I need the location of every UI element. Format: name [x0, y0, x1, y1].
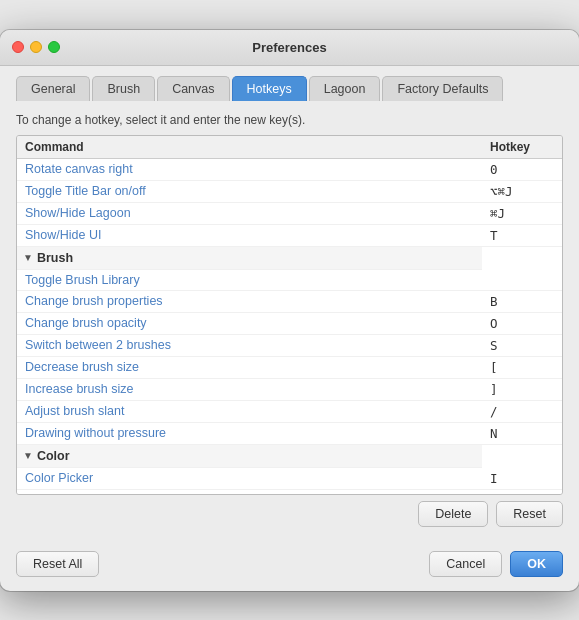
command-cell: Show/Hide UI: [17, 224, 482, 246]
hotkey-cell: ]: [482, 378, 562, 400]
collapse-triangle[interactable]: ▼: [23, 450, 33, 461]
table-row[interactable]: Show/Hide Lagoon⌘J: [17, 202, 562, 224]
hotkey-cell: N: [482, 422, 562, 444]
hotkey-cell: /: [482, 400, 562, 422]
table-row[interactable]: Toggle Title Bar on/off⌥⌘J: [17, 180, 562, 202]
category-row[interactable]: ▼ Brush: [17, 247, 482, 270]
title-bar: Preferences: [0, 30, 579, 66]
tab-hotkeys[interactable]: Hotkeys: [232, 76, 307, 101]
table-row[interactable]: Change brush opacityO: [17, 312, 562, 334]
table-row[interactable]: Change brush propertiesB: [17, 290, 562, 312]
hotkeys-table: Command Hotkey Rotate canvas right0Toggl…: [17, 136, 562, 495]
command-cell: Drawing without pressure: [17, 422, 482, 444]
command-cell: Toggle Title Bar on/off: [17, 180, 482, 202]
maximize-button[interactable]: [48, 41, 60, 53]
table-row[interactable]: Increase brush size]: [17, 378, 562, 400]
tab-canvas[interactable]: Canvas: [157, 76, 229, 101]
hotkey-cell: O: [482, 312, 562, 334]
command-cell: Show/Hide Lagoon: [17, 202, 482, 224]
command-cell: Adjust brush slant: [17, 400, 482, 422]
hotkey-cell: 0: [482, 158, 562, 180]
command-cell: Change brush properties: [17, 290, 482, 312]
window-title: Preferences: [252, 40, 326, 55]
tab-lagoon[interactable]: Lagoon: [309, 76, 381, 101]
hotkeys-table-container[interactable]: Command Hotkey Rotate canvas right0Toggl…: [16, 135, 563, 495]
content-area: To change a hotkey, select it and enter …: [0, 101, 579, 541]
table-row[interactable]: Drawing without pressureN: [17, 422, 562, 444]
command-cell: Decrease brush size: [17, 356, 482, 378]
close-button[interactable]: [12, 41, 24, 53]
table-row[interactable]: Toggle Brush Library: [17, 270, 562, 291]
command-cell: Increase brush size: [17, 378, 482, 400]
tab-general[interactable]: General: [16, 76, 90, 101]
hotkey-cell: [482, 270, 562, 291]
hotkey-cell: ⌘J: [482, 202, 562, 224]
category-row[interactable]: ▼ Color: [17, 445, 482, 468]
reset-all-button[interactable]: Reset All: [16, 551, 99, 577]
command-cell: Change brush opacity: [17, 312, 482, 334]
table-row[interactable]: Adjust brush slant/: [17, 400, 562, 422]
hotkey-cell: ⌥⌘J: [482, 180, 562, 202]
command-header: Command: [17, 136, 482, 159]
table-row[interactable]: Decrease brush size[: [17, 356, 562, 378]
command-cell: Switch between 2 brushes: [17, 334, 482, 356]
tab-brush[interactable]: Brush: [92, 76, 155, 101]
cancel-button[interactable]: Cancel: [429, 551, 502, 577]
delete-reset-row: Delete Reset: [16, 495, 563, 529]
table-row[interactable]: Rotate canvas right0: [17, 158, 562, 180]
hotkey-cell: I: [482, 468, 562, 490]
hotkey-cell: T: [482, 224, 562, 246]
preferences-window: Preferences General Brush Canvas Hotkeys…: [0, 30, 579, 591]
command-cell: Color Picker: [17, 468, 482, 490]
table-row[interactable]: Show/Hide UIT: [17, 224, 562, 246]
hotkey-cell: S: [482, 334, 562, 356]
delete-button[interactable]: Delete: [418, 501, 488, 527]
collapse-triangle[interactable]: ▼: [23, 252, 33, 263]
hotkey-cell: [: [482, 356, 562, 378]
table-row[interactable]: Switch between 2 brushesS: [17, 334, 562, 356]
command-cell: Toggle Brush Library: [17, 270, 482, 291]
ok-button[interactable]: OK: [510, 551, 563, 577]
hotkey-cell: B: [482, 290, 562, 312]
hint-text: To change a hotkey, select it and enter …: [16, 113, 563, 127]
minimize-button[interactable]: [30, 41, 42, 53]
footer: Reset All Cancel OK: [0, 541, 579, 591]
traffic-lights: [12, 41, 60, 53]
reset-button[interactable]: Reset: [496, 501, 563, 527]
command-cell: Rotate canvas right: [17, 158, 482, 180]
hotkey-header: Hotkey: [482, 136, 562, 159]
table-row[interactable]: Color PickerI: [17, 468, 562, 490]
tab-factory-defaults[interactable]: Factory Defaults: [382, 76, 503, 101]
tabs-bar: General Brush Canvas Hotkeys Lagoon Fact…: [0, 66, 579, 101]
